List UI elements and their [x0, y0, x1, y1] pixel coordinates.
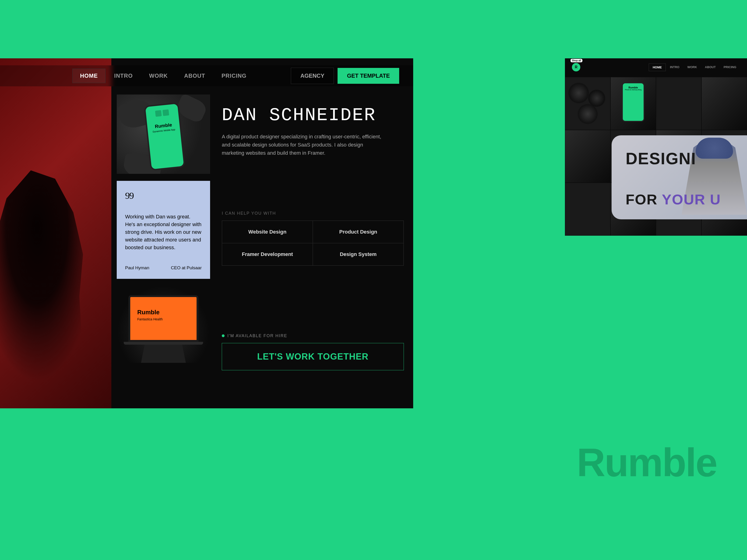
laptop-base — [124, 342, 203, 345]
service-website-design[interactable]: Website Design — [222, 221, 313, 243]
small-tab-about[interactable]: ABOUT — [701, 63, 719, 71]
right-column: DAN SCHNEIDER A digital product designer… — [222, 105, 404, 370]
phone-mockup-card: Rumble Dynamnic Mobile App — [117, 95, 210, 174]
agency-button[interactable]: AGENCY — [291, 68, 334, 84]
nav-tab-work[interactable]: WORK — [141, 69, 176, 83]
services-section: I CAN HELP YOU WITH Website Design Produ… — [222, 211, 404, 266]
testimonial-author: Paul Hyman — [125, 265, 149, 270]
preview-main: HOME INTRO WORK ABOUT PRICING AGENCY GET… — [0, 58, 413, 408]
preview-small: Shop all R HOME INTRO WORK ABOUT PRICING… — [565, 58, 747, 236]
laptop-brand-label: Rumble — [137, 309, 189, 316]
overlay-line2-pre: FOR — [626, 191, 662, 208]
small-phone-sub: Phone & memory thing — [625, 89, 642, 90]
nav-bar: HOME INTRO WORK ABOUT PRICING AGENCY GET… — [0, 65, 413, 86]
left-column: Rumble Dynamnic Mobile App 99 Working wi… — [117, 95, 210, 363]
small-nav-tabs: HOME INTRO WORK ABOUT PRICING — [649, 63, 740, 71]
testimonial-footer: Paul Hyman CEO at Pulsaar — [125, 265, 202, 270]
services-grid: Website Design Product Design Framer Dev… — [222, 220, 404, 266]
thumbnail-icon — [155, 110, 162, 117]
laptop-mockup-card: Rumble Fantastica Health — [117, 286, 210, 363]
small-tab-pricing[interactable]: PRICING — [720, 63, 740, 71]
laptop-icon: Rumble Fantastica Health — [128, 295, 199, 342]
nav-tabs: HOME INTRO WORK ABOUT PRICING — [72, 69, 254, 83]
services-label: I CAN HELP YOU WITH — [222, 211, 404, 216]
grid-cell: Rumble Phone & memory thing — [611, 77, 656, 130]
availability-label: I'M AVAILABLE FOR HIRE — [227, 334, 287, 338]
nav-right: AGENCY GET TEMPLATE — [291, 68, 399, 84]
small-tab-intro[interactable]: INTRO — [666, 63, 683, 71]
hero-description: A digital product designer specializing … — [222, 133, 385, 157]
small-phone-brand: Rumble — [625, 86, 642, 89]
availability-row: I'M AVAILABLE FOR HIRE — [222, 334, 404, 338]
grid-cell — [656, 77, 701, 130]
small-tab-home[interactable]: HOME — [649, 63, 666, 71]
hero-name: DAN SCHNEIDER — [222, 105, 404, 126]
testimonial-card: 99 Working with Dan was great. He's an e… — [117, 181, 210, 279]
phone-icon: Rumble Dynamnic Mobile App — [144, 102, 185, 171]
portrait-image — [0, 58, 111, 408]
pedestal-decoration — [140, 344, 187, 363]
nav-tab-home[interactable]: HOME — [72, 69, 105, 83]
small-phone-icon: Rumble Phone & memory thing — [622, 82, 645, 122]
overlay-line2-accent: YOUR U — [662, 191, 721, 208]
thumbnail-icon — [162, 109, 169, 116]
laptop-subtitle: Fantastica Health — [137, 317, 189, 321]
service-product-design[interactable]: Product Design — [313, 221, 404, 243]
get-template-button[interactable]: GET TEMPLATE — [338, 68, 399, 84]
brand-badge[interactable]: Shop all R — [572, 63, 580, 72]
status-dot-icon — [222, 335, 225, 337]
testimonial-role: CEO at Pulsaar — [171, 265, 202, 270]
small-nav: Shop all R HOME INTRO WORK ABOUT PRICING — [565, 63, 747, 72]
overlay-heading-1: DESIGNI — [626, 149, 696, 168]
testimonial-text: Working with Dan was great. He's an exce… — [125, 213, 202, 251]
grid-cell — [701, 77, 747, 130]
hero-overlay-card: DESIGNI FOR YOUR U — [612, 135, 747, 219]
lets-work-button[interactable]: LET'S WORK TOGETHER — [222, 343, 404, 370]
badge-tooltip: Shop all — [570, 59, 583, 62]
quote-icon: 99 — [125, 190, 202, 201]
small-tab-work[interactable]: WORK — [684, 63, 700, 71]
brand-logo: Rumble — [577, 439, 717, 485]
cta-section: I'M AVAILABLE FOR HIRE LET'S WORK TOGETH… — [222, 334, 404, 370]
badge-letter: R — [575, 65, 577, 69]
nav-tab-pricing[interactable]: PRICING — [214, 69, 254, 83]
service-framer-dev[interactable]: Framer Development — [222, 243, 313, 266]
service-design-system[interactable]: Design System — [313, 243, 404, 266]
grid-cell — [565, 183, 611, 236]
nav-tab-intro[interactable]: INTRO — [106, 69, 140, 83]
grid-cell — [565, 77, 611, 130]
overlay-heading-2: FOR YOUR U — [626, 191, 721, 208]
hat-icon — [696, 138, 733, 159]
grid-cell — [565, 130, 611, 183]
nav-tab-about[interactable]: ABOUT — [177, 69, 213, 83]
